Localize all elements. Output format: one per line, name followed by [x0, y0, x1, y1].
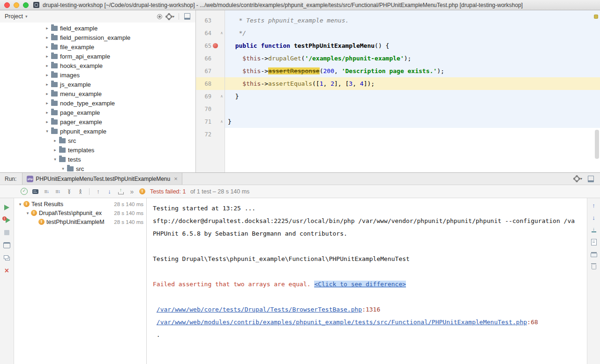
project-tool-window: Project ▾ ▸field_example▸field_permissio…	[0, 10, 196, 172]
hide-panel-icon[interactable]	[586, 174, 595, 183]
chevron-right-icon[interactable]: ▸	[44, 119, 50, 124]
run-tab[interactable]: php PHPUnitExampleMenuTest.testPhpUnitEx…	[22, 173, 182, 185]
chevron-right-icon[interactable]: ▸	[44, 35, 50, 40]
project-item-src[interactable]: ▾src	[0, 164, 195, 172]
editor-line-72[interactable]: 72	[196, 128, 600, 141]
project-item-hooks_example[interactable]: ▸hooks_example	[0, 61, 195, 70]
chevron-right-icon[interactable]: ▸	[44, 101, 50, 105]
editor-line-70[interactable]: 70	[196, 103, 600, 115]
expand-all-icon[interactable]	[65, 187, 74, 196]
sort-alphabetically-icon[interactable]	[53, 187, 62, 196]
folder-icon	[67, 166, 74, 171]
rerun-failed-tests-icon[interactable]	[2, 215, 11, 224]
editor[interactable]: 63 * Tests phpunit_example menus.64∧ */6…	[196, 10, 600, 172]
test-failed-gutter-icon[interactable]	[213, 43, 218, 48]
chevron-down-icon[interactable]: ▾	[17, 202, 23, 207]
chevron-right-icon[interactable]: ▸	[44, 63, 50, 68]
open-in-editor-icon[interactable]	[589, 238, 598, 246]
chevron-right-icon[interactable]: ▸	[44, 73, 50, 77]
down-stack-trace-icon[interactable]	[589, 213, 598, 222]
editor-lines[interactable]: 63 * Tests phpunit_example menus.64∧ */6…	[196, 10, 600, 172]
project-item-tests[interactable]: ▾tests	[0, 155, 195, 164]
import-tests-icon[interactable]	[116, 187, 125, 196]
window-minimize-button[interactable]	[14, 2, 19, 8]
project-item-templates[interactable]: ▸templates	[0, 145, 195, 155]
chevron-right-icon[interactable]: ▸	[44, 54, 50, 59]
chevron-down-icon[interactable]: ▾	[44, 129, 50, 134]
console-link[interactable]: <Click to see difference>	[314, 281, 406, 288]
project-item-page_example[interactable]: ▸page_example	[0, 108, 195, 117]
project-item-js_example[interactable]: ▸js_example	[0, 80, 195, 89]
project-item-field_example[interactable]: ▸field_example	[0, 23, 195, 33]
chevron-right-icon[interactable]: ▸	[52, 138, 58, 143]
gear-icon[interactable]	[166, 12, 175, 21]
console-line: .	[153, 328, 587, 341]
clear-all-icon[interactable]	[589, 262, 598, 271]
up-stack-trace-icon[interactable]	[589, 201, 598, 210]
chevron-right-icon[interactable]: ▸	[44, 45, 50, 49]
float-window-icon[interactable]	[2, 253, 11, 262]
chevron-right-icon[interactable]: ▸	[44, 110, 50, 115]
fold-marker-icon[interactable]: ∧	[220, 31, 223, 35]
show-ignored-icon[interactable]	[31, 187, 40, 196]
console-link[interactable]: /var/www/web/core/tests/Drupal/Tests/Bro…	[157, 306, 362, 313]
editor-line-71[interactable]: 71∧}	[196, 115, 600, 128]
editor-line-66[interactable]: 66 $this->drupalGet('/examples/phpunit-e…	[196, 52, 600, 65]
chevron-right-icon[interactable]: ▸	[44, 82, 50, 87]
chevron-down-icon[interactable]: ▾	[52, 157, 58, 162]
project-item-phpunit_example[interactable]: ▾phpunit_example	[0, 126, 195, 136]
console-output[interactable]: Testing started at 13:25 ...sftp://docke…	[147, 198, 587, 364]
hide-panel-icon[interactable]	[183, 12, 192, 21]
console-link[interactable]: /var/www/web/modules/contrib/examples/ph…	[157, 319, 527, 326]
collapse-all-icon[interactable]	[76, 187, 85, 196]
test-tree-item[interactable]: !testPhpUnitExampleM28 s 140 ms	[14, 217, 146, 226]
chevron-right-icon[interactable]: ▸	[44, 26, 50, 30]
test-tree-item[interactable]: ▾!Drupal\Tests\phpunit_ex28 s 140 ms	[14, 208, 146, 217]
console-text	[153, 306, 157, 313]
close-tab-icon[interactable]: ×	[174, 175, 178, 182]
scroll-from-source-icon[interactable]	[155, 12, 164, 21]
test-results-tree[interactable]: ▾!Test Results28 s 140 ms▾!Drupal\Tests\…	[14, 198, 147, 364]
show-passed-icon[interactable]	[20, 187, 29, 196]
window-zoom-button[interactable]	[23, 2, 29, 8]
fold-marker-icon[interactable]: ∧	[220, 120, 223, 124]
inspection-indicator[interactable]	[594, 15, 598, 19]
close-icon[interactable]	[2, 266, 11, 275]
project-item-node_type_example[interactable]: ▸node_type_example	[0, 98, 195, 108]
project-tree[interactable]: ▸field_example▸field_permission_example▸…	[0, 22, 195, 172]
editor-line-65[interactable]: 65 public function testPhpUnitExampleMen…	[196, 39, 600, 52]
project-item-field_permission_example[interactable]: ▸field_permission_example	[0, 33, 195, 42]
project-item-src[interactable]: ▸src	[0, 136, 195, 145]
chevron-right-icon[interactable]: ▸	[52, 148, 58, 152]
print-icon[interactable]	[589, 250, 598, 259]
editor-line-63[interactable]: 63 * Tests phpunit_example menus.	[196, 14, 600, 27]
editor-line-64[interactable]: 64∧ */	[196, 27, 600, 39]
window-close-button[interactable]	[4, 2, 10, 8]
project-item-images[interactable]: ▸images	[0, 70, 195, 80]
project-item-pager_example[interactable]: ▸pager_example	[0, 117, 195, 126]
test-tree-item[interactable]: ▾!Test Results28 s 140 ms	[14, 200, 146, 208]
sort-by-duration-icon[interactable]	[42, 187, 51, 196]
editor-line-69[interactable]: 69∧ }	[196, 90, 600, 103]
editor-line-67[interactable]: 67 $this->assertResponse(200, 'Descripti…	[196, 65, 600, 77]
code-text: */	[225, 27, 600, 39]
rerun-tests-icon[interactable]	[2, 203, 11, 212]
chevron-right-icon[interactable]: ▸	[44, 91, 50, 96]
scroll-to-end-icon[interactable]	[589, 225, 598, 234]
gear-icon[interactable]	[574, 174, 583, 183]
chevron-down-icon[interactable]: ▾	[60, 166, 66, 171]
fold-marker-icon[interactable]: ∧	[220, 95, 223, 98]
chevron-down-icon[interactable]: ▾	[25, 14, 28, 19]
more-icon[interactable]	[128, 187, 136, 196]
project-item-file_example[interactable]: ▸file_example	[0, 42, 195, 52]
chevron-down-icon[interactable]: ▾	[24, 211, 31, 215]
project-item-menu_example[interactable]: ▸menu_example	[0, 89, 195, 98]
next-failed-icon[interactable]	[105, 187, 114, 196]
project-tool-label[interactable]: Project	[5, 13, 23, 20]
restore-layout-icon[interactable]	[2, 241, 11, 250]
editor-scrollbar[interactable]	[595, 130, 599, 159]
stop-icon[interactable]	[2, 228, 11, 237]
project-item-form_api_example[interactable]: ▸form_api_example	[0, 52, 195, 61]
editor-line-68[interactable]: 68 $this->assertEquals([1, 2], [3, 4]);	[196, 77, 600, 90]
previous-failed-icon[interactable]	[94, 187, 103, 196]
